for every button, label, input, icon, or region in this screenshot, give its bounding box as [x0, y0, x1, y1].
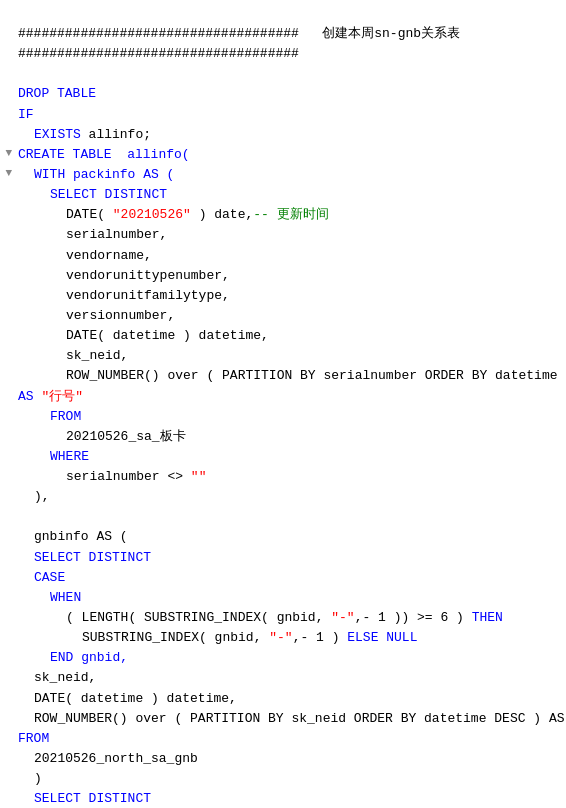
code-text: #################################### 创建本… [14, 24, 566, 44]
code-text: ROW_NUMBER() over ( PARTITION BY serialn… [14, 366, 566, 386]
code-text: EXISTS allinfo; [14, 125, 566, 145]
code-text: FROM [14, 729, 566, 749]
code-text: ( LENGTH( SUBSTRING_INDEX( gnbid, "-",- … [14, 608, 566, 628]
code-text: WHEN [14, 588, 566, 608]
code-line: DATE( "20210526" ) date,-- 更新时间 [0, 205, 566, 225]
code-text: sk_neid, [14, 346, 566, 366]
code-line: ROW_NUMBER() over ( PARTITION BY sk_neid… [0, 709, 566, 729]
code-text: vendorunitfamilytype, [14, 286, 566, 306]
code-text: versionnumber, [14, 306, 566, 326]
code-line: ROW_NUMBER() over ( PARTITION BY serialn… [0, 366, 566, 386]
code-text: WITH packinfo AS ( [14, 165, 566, 185]
code-line: SUBSTRING_INDEX( gnbid, "-",- 1 ) ELSE N… [0, 628, 566, 648]
code-line: DATE( datetime ) datetime, [0, 689, 566, 709]
code-text: CASE [14, 568, 566, 588]
code-line [0, 507, 566, 527]
code-line: #################################### [0, 44, 566, 64]
code-line: vendorname, [0, 246, 566, 266]
code-line: 20210526_sa_板卡 [0, 427, 566, 447]
code-text: END gnbid, [14, 648, 566, 668]
code-line: CASE [0, 568, 566, 588]
code-line [0, 64, 566, 84]
code-text: DATE( "20210526" ) date,-- 更新时间 [14, 205, 566, 225]
code-text: DATE( datetime ) datetime, [14, 689, 566, 709]
code-text: WHERE [14, 447, 566, 467]
code-line: WHERE [0, 447, 566, 467]
code-text: serialnumber, [14, 225, 566, 245]
code-text: gnbinfo AS ( [14, 527, 566, 547]
code-line: ▼WITH packinfo AS ( [0, 165, 566, 185]
code-line: WHEN [0, 588, 566, 608]
code-line: SELECT DISTINCT [0, 185, 566, 205]
code-line: END gnbid, [0, 648, 566, 668]
code-text: AS "行号" [14, 387, 566, 407]
gutter-icon: ▼ [0, 165, 14, 182]
code-line: SELECT DISTINCT [0, 789, 566, 808]
code-line: #################################### 创建本… [0, 24, 566, 44]
code-line: gnbinfo AS ( [0, 527, 566, 547]
code-line: ) [0, 769, 566, 789]
code-line: 20210526_north_sa_gnb [0, 749, 566, 769]
code-text: vendorname, [14, 246, 566, 266]
code-line: vendorunittypenumber, [0, 266, 566, 286]
code-text: CREATE TABLE allinfo( [14, 145, 566, 165]
code-line: versionnumber, [0, 306, 566, 326]
code-line: FROM [0, 729, 566, 749]
code-line: IF [0, 105, 566, 125]
code-text: DATE( datetime ) datetime, [14, 326, 566, 346]
code-line: sk_neid, [0, 346, 566, 366]
code-text: serialnumber <> "" [14, 467, 566, 487]
code-line: AS "行号" [0, 387, 566, 407]
code-text: SELECT DISTINCT [14, 185, 566, 205]
code-line: sk_neid, [0, 668, 566, 688]
code-text: SELECT DISTINCT [14, 548, 566, 568]
gutter-icon: ▼ [0, 145, 14, 162]
code-text: IF [14, 105, 566, 125]
code-text: 20210526_sa_板卡 [14, 427, 566, 447]
code-text: 20210526_north_sa_gnb [14, 749, 566, 769]
code-text: SELECT DISTINCT [14, 789, 566, 808]
code-text: ) [14, 769, 566, 789]
code-line: ( LENGTH( SUBSTRING_INDEX( gnbid, "-",- … [0, 608, 566, 628]
code-text: vendorunittypenumber, [14, 266, 566, 286]
code-line: ), [0, 487, 566, 507]
code-text: ), [14, 487, 566, 507]
code-text: ROW_NUMBER() over ( PARTITION BY sk_neid… [14, 709, 566, 729]
code-text: #################################### [14, 44, 566, 64]
code-line: FROM [0, 407, 566, 427]
code-text: SUBSTRING_INDEX( gnbid, "-",- 1 ) ELSE N… [14, 628, 566, 648]
code-line: DATE( datetime ) datetime, [0, 326, 566, 346]
code-text: sk_neid, [14, 668, 566, 688]
code-line: vendorunitfamilytype, [0, 286, 566, 306]
code-editor: #################################### 创建本… [0, 0, 566, 808]
code-line: EXISTS allinfo; [0, 125, 566, 145]
code-line: ▼CREATE TABLE allinfo( [0, 145, 566, 165]
code-text: DROP TABLE [14, 84, 566, 104]
code-line: DROP TABLE [0, 84, 566, 104]
code-text: FROM [14, 407, 566, 427]
code-line: serialnumber, [0, 225, 566, 245]
code-line: serialnumber <> "" [0, 467, 566, 487]
code-line: SELECT DISTINCT [0, 548, 566, 568]
